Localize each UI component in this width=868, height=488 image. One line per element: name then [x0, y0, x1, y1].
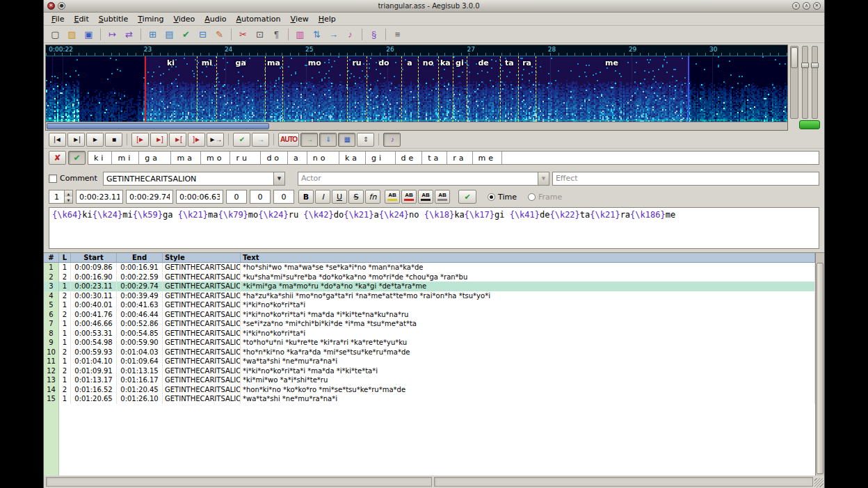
play-500-before-button[interactable]: [► — [131, 133, 149, 147]
menu-timing[interactable]: Timing — [133, 13, 168, 25]
syllable-boundary[interactable] — [265, 56, 266, 122]
syllable-boundary[interactable] — [282, 56, 283, 122]
karaoke-syllable[interactable]: me — [473, 152, 502, 164]
grid-scrollbar[interactable] — [815, 253, 824, 475]
fonts-collector-button[interactable]: ✎ — [211, 27, 227, 42]
spell-checker-button[interactable]: ✔ — [178, 27, 194, 42]
karaoke-accept-button[interactable]: ✔ — [68, 151, 86, 165]
grid-row-5[interactable]: 510:00:40.010:00:41.63GETINTHECARITSALIO… — [44, 300, 815, 310]
grid-row-8[interactable]: 810:00:53.310:00:54.85GETINTHECARITSALIO… — [44, 329, 815, 339]
grid-header-style[interactable]: Style — [163, 253, 241, 262]
commit-button[interactable]: ✔ — [458, 190, 476, 204]
selection-end-marker[interactable] — [688, 56, 689, 122]
subtitle-edit-box[interactable]: {\k64}ki{\k24}mi{\k59}ga {\k21}ma{\k79}m… — [49, 207, 819, 249]
karaoke-syllable[interactable]: do — [261, 152, 288, 164]
bold-button[interactable]: B — [298, 190, 314, 204]
select-lines-button[interactable]: ⊞ — [145, 27, 161, 42]
next-line-button[interactable]: ►| — [67, 133, 85, 147]
syllable-boundary[interactable] — [438, 56, 439, 122]
duration-input[interactable] — [176, 190, 223, 204]
volume-handle[interactable] — [811, 63, 819, 68]
grid-row-15[interactable]: 1510:01:20.650:01:26.10GETINTHECARITSALI… — [44, 394, 815, 404]
auto-scroll-button[interactable]: ⇓ — [319, 133, 337, 147]
menu-video[interactable]: Video — [168, 13, 200, 25]
grid-row-13[interactable]: 1310:01:13.170:01:16.17GETINTHECARITSALI… — [44, 375, 815, 385]
layer-spinner[interactable]: ▲▼ — [49, 190, 73, 204]
karaoke-syllable[interactable]: ki — [88, 152, 112, 164]
grid-row-12[interactable]: 1220:01:09.910:01:13.15GETINTHECARITSALI… — [44, 366, 815, 376]
karaoke-syllable-strip[interactable]: kimiga mamoru doano kagi detarame — [88, 151, 819, 165]
grid-header-end[interactable]: End — [117, 253, 163, 262]
menu-subtitle[interactable]: Subtitle — [94, 13, 133, 25]
effect-input[interactable] — [552, 172, 819, 186]
font-name-button[interactable]: fn — [365, 190, 380, 204]
play-selection-button[interactable]: ► — [86, 133, 104, 147]
karaoke-cancel-button[interactable]: ✘ — [49, 151, 66, 165]
audio-quick-button[interactable] — [799, 120, 820, 129]
start-time-input[interactable] — [76, 190, 123, 204]
karaoke-syllable[interactable]: ma — [171, 152, 200, 164]
stop-button[interactable]: ■ — [105, 133, 122, 147]
syllable-boundary[interactable] — [401, 56, 402, 122]
auto-commit-button[interactable]: AUTO — [278, 133, 299, 147]
volume-slider[interactable] — [812, 46, 818, 119]
kanji-timer-button[interactable]: ♪ — [342, 27, 358, 42]
properties-button[interactable]: ▤ — [161, 27, 177, 42]
syllable-boundary[interactable] — [418, 56, 419, 122]
subtitle-grid[interactable]: #LStartEndStyleText 110:00:09.860:00:16.… — [44, 253, 815, 475]
grid-row-11[interactable]: 1110:01:04.100:01:09.64GETINTHECARITSALI… — [44, 357, 815, 366]
frame-radio[interactable]: Frame — [528, 193, 562, 202]
grid-row-10[interactable]: 1020:00:59.930:01:04.03GETINTHECARITSALI… — [44, 348, 815, 357]
new-subtitles-button[interactable]: ▢ — [47, 27, 63, 42]
karaoke-syllable[interactable]: de — [396, 152, 423, 164]
secondary-color-button[interactable]: AB — [401, 190, 417, 204]
attachments-button[interactable]: ⊟ — [195, 27, 211, 42]
strikeout-button[interactable]: S — [348, 190, 364, 204]
audio-hscrollbar-thumb[interactable] — [47, 123, 269, 129]
play-to-end-button[interactable]: ►→ — [207, 133, 224, 147]
comment-checkbox-label[interactable]: Comment — [49, 174, 97, 183]
karaoke-syllable[interactable]: mi — [112, 152, 139, 164]
auto-next-button[interactable]: → — [300, 133, 318, 147]
karaoke-syllable[interactable]: a — [288, 152, 307, 164]
window-pin-icon[interactable]: ● — [58, 2, 65, 10]
automation-button[interactable]: § — [366, 27, 382, 42]
play-500-after-button[interactable]: ►] — [150, 133, 168, 147]
grid-header-num[interactable]: # — [44, 253, 59, 262]
grid-row-14[interactable]: 1420:01:16.520:01:20.45GETINTHECARITSALI… — [44, 385, 815, 395]
menu-edit[interactable]: Edit — [69, 13, 93, 25]
grid-row-9[interactable]: 910:00:54.980:00:59.90GETINTHECARITSALIO… — [44, 338, 815, 348]
primary-color-button[interactable]: AB — [385, 190, 400, 204]
spectrogram-canvas[interactable] — [46, 56, 787, 122]
syllable-boundary[interactable] — [216, 56, 217, 122]
open-subtitles-button[interactable]: ▨ — [64, 27, 80, 42]
layer-input[interactable] — [49, 190, 64, 204]
window-menu-icon[interactable]: ✕ — [47, 2, 55, 10]
audio-display[interactable]: 0:00:222324252627282930 kimigamamorudoan… — [45, 44, 788, 131]
menu-automation[interactable]: Automation — [232, 13, 286, 25]
syllable-boundary[interactable] — [197, 56, 198, 122]
prev-line-button[interactable]: |◄ — [49, 133, 66, 147]
karaoke-syllable[interactable]: gi — [366, 152, 396, 164]
link-sliders-button[interactable]: ⇕ — [357, 133, 374, 147]
vertical-zoom-slider[interactable] — [802, 46, 808, 119]
grid-row-7[interactable]: 710:00:46.660:00:52.86GETINTHECARITSALIO… — [44, 319, 815, 329]
syllable-boundary[interactable] — [500, 56, 501, 122]
karaoke-syllable[interactable]: ga — [139, 152, 171, 164]
audio-vscrollbar-thumb[interactable] — [791, 47, 798, 68]
syllable-boundary[interactable] — [536, 56, 536, 122]
go-to-selection-button[interactable]: → — [252, 133, 269, 147]
grid-scrollbar-thumb[interactable] — [817, 263, 823, 474]
chevron-down-icon[interactable]: ▼ — [273, 172, 284, 185]
grid-row-2[interactable]: 220:00:16.900:00:22.59GETINTHECARITSALIO… — [44, 273, 815, 282]
close-icon[interactable]: ✕ — [813, 2, 821, 10]
karaoke-syllable[interactable]: no — [307, 152, 339, 164]
grid-header-start[interactable]: Start — [71, 253, 117, 262]
style-dropdown[interactable]: GETINTHECARITSALION ▼ — [103, 172, 285, 186]
margin-vertical-input[interactable] — [273, 190, 294, 204]
play-500-last-button[interactable]: ]► — [188, 133, 205, 147]
paste-lines-button[interactable]: ¶ — [268, 27, 284, 42]
menu-help[interactable]: Help — [314, 13, 341, 25]
play-500-first-button[interactable]: ►[ — [169, 133, 186, 147]
karaoke-syllable[interactable]: ta — [422, 152, 447, 164]
